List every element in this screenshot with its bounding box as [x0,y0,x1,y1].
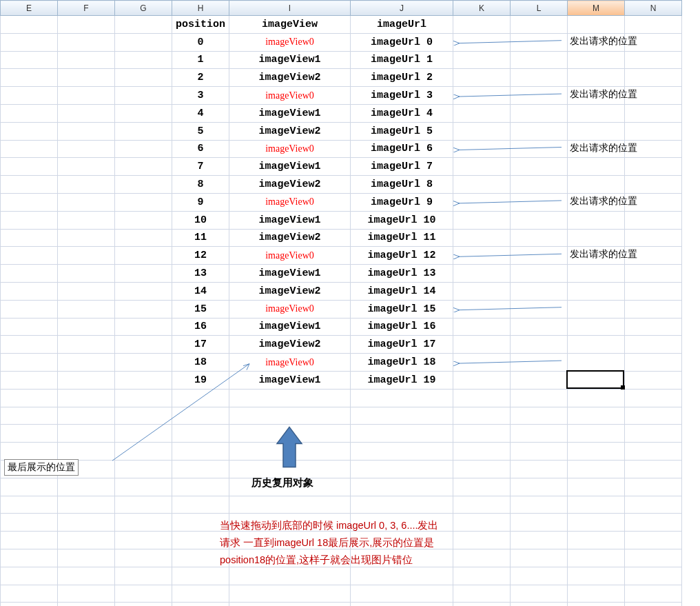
cell-F-10[interactable] [58,193,115,211]
cell-M-24[interactable] [568,443,625,461]
cell-M-26[interactable] [568,478,625,496]
cell-K-22[interactable] [453,407,511,425]
col-header-F[interactable]: F [58,1,115,16]
cell-L-23[interactable] [511,425,568,443]
cell-K-25[interactable] [453,460,511,478]
cell-F-30[interactable] [58,549,115,567]
cell-L-16[interactable] [511,300,568,318]
cell-E-21[interactable] [1,389,58,407]
cell-G-33[interactable] [115,603,172,606]
cell-E-19[interactable] [1,354,58,372]
cell-L-28[interactable] [511,514,568,532]
cell-F-11[interactable] [58,211,115,229]
cell-G-24[interactable] [115,443,172,461]
cell-G-10[interactable] [115,193,172,211]
cell-H-14[interactable]: 13 [172,265,229,283]
cell-H-28[interactable] [172,514,229,532]
cell-M-12[interactable] [568,229,625,247]
cell-F-4[interactable] [58,87,115,105]
cell-L-3[interactable] [511,69,568,87]
cell-F-9[interactable] [58,176,115,194]
cell-E-5[interactable] [1,104,58,122]
cell-N-19[interactable] [625,354,682,372]
cell-F-21[interactable] [58,389,115,407]
cell-N-11[interactable] [625,211,682,229]
cell-I-26[interactable] [229,478,351,496]
cell-M-28[interactable] [568,514,625,532]
cell-I-17[interactable]: imageView1 [229,318,351,336]
cell-I-7[interactable]: imageView0 [229,140,351,158]
cell-N-28[interactable] [625,514,682,532]
cell-F-13[interactable] [58,247,115,265]
cell-J-12[interactable]: imageUrl 11 [351,229,453,247]
cell-J-30[interactable] [351,549,453,567]
cell-I-4[interactable]: imageView0 [229,87,351,105]
cell-M-20[interactable] [568,371,625,389]
cell-H-5[interactable]: 4 [172,104,229,122]
cell-I-32[interactable] [229,585,351,603]
cell-J-11[interactable]: imageUrl 10 [351,211,453,229]
cell-I-25[interactable] [229,460,351,478]
cell-E-25[interactable] [1,460,58,478]
cell-J-24[interactable] [351,443,453,461]
cell-N-0[interactable] [625,16,682,34]
cell-E-23[interactable] [1,425,58,443]
cell-H-19[interactable]: 18 [172,354,229,372]
cell-J-6[interactable]: imageUrl 5 [351,122,453,140]
cell-L-7[interactable] [511,140,568,158]
col-header-E[interactable]: E [1,1,58,16]
cell-L-2[interactable] [511,51,568,69]
cell-J-21[interactable] [351,389,453,407]
cell-I-22[interactable] [229,407,351,425]
cell-H-11[interactable]: 10 [172,211,229,229]
cell-K-23[interactable] [453,425,511,443]
cell-E-33[interactable] [1,603,58,606]
cell-H-18[interactable]: 17 [172,336,229,354]
col-header-L[interactable]: L [511,1,568,16]
cell-I-14[interactable]: imageView1 [229,265,351,283]
cell-G-4[interactable] [115,87,172,105]
cell-I-9[interactable]: imageView2 [229,176,351,194]
cell-E-30[interactable] [1,549,58,567]
cell-N-4[interactable] [625,87,682,105]
cell-L-22[interactable] [511,407,568,425]
cell-I-12[interactable]: imageView2 [229,229,351,247]
cell-M-27[interactable] [568,496,625,514]
cell-F-3[interactable] [58,69,115,87]
cell-E-8[interactable] [1,158,58,176]
cell-F-25[interactable] [58,460,115,478]
cell-I-6[interactable]: imageView2 [229,122,351,140]
cell-G-12[interactable] [115,229,172,247]
cell-K-24[interactable] [453,443,511,461]
cell-J-9[interactable]: imageUrl 8 [351,176,453,194]
cell-I-33[interactable] [229,603,351,606]
cell-L-5[interactable] [511,104,568,122]
cell-F-27[interactable] [58,496,115,514]
cell-E-14[interactable] [1,265,58,283]
cell-K-14[interactable] [453,265,511,283]
cell-G-18[interactable] [115,336,172,354]
cell-N-10[interactable] [625,193,682,211]
cell-M-25[interactable] [568,460,625,478]
cell-N-22[interactable] [625,407,682,425]
cell-I-31[interactable] [229,567,351,585]
cell-J-17[interactable]: imageUrl 16 [351,318,453,336]
cell-K-9[interactable] [453,176,511,194]
cell-N-15[interactable] [625,282,682,300]
cell-J-2[interactable]: imageUrl 1 [351,51,453,69]
cell-N-24[interactable] [625,443,682,461]
cell-K-15[interactable] [453,282,511,300]
cell-F-19[interactable] [58,354,115,372]
cell-N-12[interactable] [625,229,682,247]
cell-K-31[interactable] [453,567,511,585]
cell-F-0[interactable] [58,16,115,34]
cell-J-5[interactable]: imageUrl 4 [351,104,453,122]
cell-H-24[interactable] [172,443,229,461]
cell-N-16[interactable] [625,300,682,318]
cell-M-14[interactable] [568,265,625,283]
cell-H-29[interactable] [172,532,229,549]
cell-E-9[interactable] [1,176,58,194]
cell-H-31[interactable] [172,567,229,585]
col-header-J[interactable]: J [351,1,453,16]
cell-J-18[interactable]: imageUrl 17 [351,336,453,354]
